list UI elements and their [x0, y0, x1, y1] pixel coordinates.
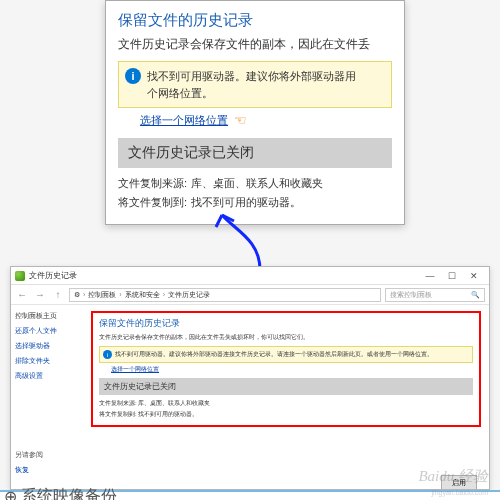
status-header: 文件历史记录已关闭: [99, 378, 473, 395]
info-text: 找不到可用驱动器。建议你将外部驱动器用个网络位置。: [147, 68, 356, 101]
info-icon: i: [103, 350, 112, 359]
sidebar-item-drive[interactable]: 选择驱动器: [15, 341, 79, 351]
status-header: 文件历史记录已关闭: [118, 138, 392, 168]
window-title: 文件历史记录: [29, 270, 419, 281]
highlight-box: 保留文件的历史记录 文件历史记录会保存文件的副本，因此在文件丢失或损坏时，你可以…: [91, 311, 481, 427]
info-banner: i 找不到可用驱动器。建议你将外部驱动器用个网络位置。: [118, 61, 392, 108]
search-icon: 🔍: [471, 291, 480, 299]
info-icon: i: [125, 68, 141, 84]
panel-title: 保留文件的历史记录: [118, 11, 392, 30]
zoom-detail-panel: 保留文件的历史记录 文件历史记录会保存文件的副本，因此在文件丢 i 找不到可用驱…: [105, 0, 405, 225]
sidebar-header[interactable]: 控制面板主页: [15, 311, 79, 321]
copy-from-row: 文件复制来源: 库、桌面、联系人和收藏夹: [99, 399, 473, 408]
up-button[interactable]: ↑: [51, 288, 65, 302]
enable-button[interactable]: 启用: [441, 475, 477, 489]
back-button[interactable]: ←: [15, 288, 29, 302]
copy-to-row: 将文件复制到: 找不到可用的驱动器。: [99, 410, 473, 419]
network-location-link-row: 选择一个网络位置 ☜: [140, 112, 392, 128]
breadcrumb-icon: ⚙: [74, 291, 80, 299]
forward-button[interactable]: →: [33, 288, 47, 302]
pointer-hand-icon: ☜: [234, 112, 247, 128]
sidebar-item-advanced[interactable]: 高级设置: [15, 371, 79, 381]
app-icon: [15, 271, 25, 281]
main-info-banner: i 找不到可用驱动器。建议你将外部驱动器连接文件历史记录。请连接一个驱动器然后刷…: [99, 346, 473, 363]
breadcrumb[interactable]: ⚙ › 控制面板 › 系统和安全 › 文件历史记录: [69, 288, 381, 302]
panel-description: 文件历史记录会保存文件的副本，因此在文件丢: [118, 36, 392, 53]
titlebar: 文件历史记录 — ☐ ✕: [11, 267, 489, 285]
callout-arrow-icon: [210, 205, 290, 275]
file-history-window: 文件历史记录 — ☐ ✕ ← → ↑ ⚙ › 控制面板 › 系统和安全 › 文件…: [10, 266, 490, 490]
sidebar-item-exclude[interactable]: 排除文件夹: [15, 356, 79, 366]
navbar: ← → ↑ ⚙ › 控制面板 › 系统和安全 › 文件历史记录 搜索控制面板 🔍: [11, 285, 489, 305]
maximize-button[interactable]: ☐: [441, 269, 463, 283]
bottom-bar: ⊕ 系统映像备份: [0, 490, 500, 500]
see-also: 另请参阅 恢复: [15, 447, 43, 480]
minimize-button[interactable]: —: [419, 269, 441, 283]
select-network-location-link[interactable]: 选择一个网络位置: [111, 365, 473, 374]
sidebar: 控制面板主页 还原个人文件 选择驱动器 排除文件夹 高级设置 另请参阅 恢复: [11, 305, 83, 489]
search-input[interactable]: 搜索控制面板 🔍: [385, 288, 485, 302]
select-network-location-link[interactable]: 选择一个网络位置: [140, 113, 228, 128]
main-description: 文件历史记录会保存文件的副本，因此在文件丢失或损坏时，你可以找回它们。: [99, 333, 473, 342]
sidebar-item-restore[interactable]: 还原个人文件: [15, 326, 79, 336]
close-button[interactable]: ✕: [463, 269, 485, 283]
main-content: 保留文件的历史记录 文件历史记录会保存文件的副本，因此在文件丢失或损坏时，你可以…: [83, 305, 489, 489]
copy-from-row: 文件复制来源: 库、桌面、联系人和收藏夹: [118, 176, 392, 191]
main-title: 保留文件的历史记录: [99, 317, 473, 330]
